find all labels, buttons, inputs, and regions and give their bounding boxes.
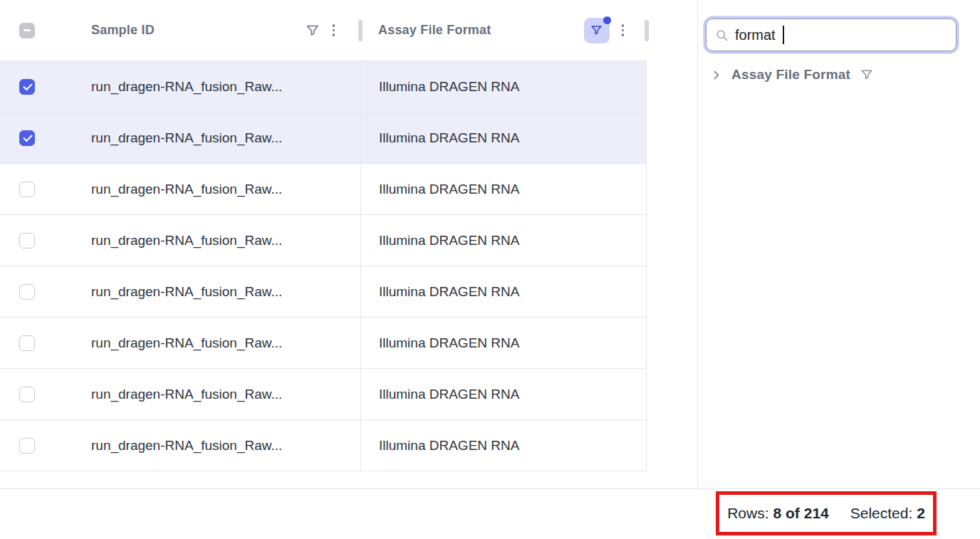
header-select-all-cell [0, 0, 74, 61]
filter-group-label: Assay File Format [731, 67, 850, 83]
assay-file-format-cell[interactable]: Illumina DRAGEN RNA [360, 318, 647, 368]
assay-file-format-value: Illumina DRAGEN RNA [379, 438, 519, 454]
column-resize-handle[interactable] [645, 20, 649, 41]
column-label-assay-file-format: Assay File Format [378, 23, 491, 38]
filter-active-dot [603, 16, 611, 24]
data-grid: Sample ID Assay File Format [0, 0, 647, 471]
sample-id-cell[interactable]: run_dragen-RNA_fusion_Raw... [74, 420, 360, 471]
text-caret [783, 26, 784, 44]
row-checkbox[interactable] [19, 284, 35, 300]
chevron-right-icon[interactable] [710, 69, 722, 81]
selected-value: 2 [917, 505, 925, 521]
row-checkbox-cell [0, 112, 74, 163]
column-header-sample-id[interactable]: Sample ID [74, 0, 360, 61]
table-row[interactable]: run_dragen-RNA_fusion_Raw... Illumina DR… [0, 61, 647, 112]
active-filter-button[interactable] [584, 18, 610, 43]
assay-file-format-value: Illumina DRAGEN RNA [379, 387, 519, 402]
table-row[interactable]: run_dragen-RNA_fusion_Raw... Illumina DR… [0, 215, 647, 266]
assay-file-format-value: Illumina DRAGEN RNA [379, 335, 519, 351]
sample-id-value: run_dragen-RNA_fusion_Raw... [91, 233, 282, 248]
filter-icon [590, 23, 603, 37]
row-checkbox-cell [0, 369, 74, 419]
row-checkbox-cell [0, 318, 74, 368]
selected-count-status: Selected:2 [850, 505, 925, 522]
column-menu-icon[interactable] [622, 24, 625, 36]
row-checkbox[interactable] [19, 233, 35, 248]
assay-file-format-value: Illumina DRAGEN RNA [379, 130, 519, 146]
header-icons [305, 23, 335, 38]
annotation-highlight-box: Rows:8 of 214 Selected:2 [716, 491, 937, 535]
filter-icon [860, 68, 874, 82]
sample-id-cell[interactable]: run_dragen-RNA_fusion_Raw... [74, 266, 360, 317]
assay-file-format-cell[interactable]: Illumina DRAGEN RNA [360, 61, 647, 112]
column-header-assay-file-format[interactable]: Assay File Format [360, 0, 647, 61]
sample-id-cell[interactable]: run_dragen-RNA_fusion_Raw... [74, 318, 360, 368]
search-input-value: format [735, 27, 776, 43]
filter-search-input[interactable]: format [706, 19, 956, 51]
status-bar: Rows:8 of 214 Selected:2 [0, 488, 980, 539]
row-checkbox[interactable] [19, 335, 35, 351]
row-count-status: Rows:8 of 214 [727, 505, 829, 522]
sample-id-value: run_dragen-RNA_fusion_Raw... [91, 438, 282, 454]
assay-file-format-value: Illumina DRAGEN RNA [379, 284, 519, 300]
assay-file-format-cell[interactable]: Illumina DRAGEN RNA [360, 112, 647, 163]
column-resize-handle[interactable] [358, 20, 363, 41]
column-label-sample-id: Sample ID [91, 23, 155, 38]
sample-id-cell[interactable]: run_dragen-RNA_fusion_Raw... [74, 61, 360, 112]
row-checkbox[interactable] [19, 130, 35, 146]
sample-id-cell[interactable]: run_dragen-RNA_fusion_Raw... [74, 369, 360, 419]
table-row[interactable]: run_dragen-RNA_fusion_Raw... Illumina DR… [0, 112, 647, 164]
assay-file-format-cell[interactable]: Illumina DRAGEN RNA [360, 164, 647, 214]
sample-id-value: run_dragen-RNA_fusion_Raw... [91, 130, 282, 146]
row-checkbox-cell [0, 61, 74, 112]
table-body: run_dragen-RNA_fusion_Raw... Illumina DR… [0, 61, 647, 471]
assay-file-format-value: Illumina DRAGEN RNA [379, 233, 519, 248]
sample-id-value: run_dragen-RNA_fusion_Raw... [91, 284, 282, 300]
sample-id-cell[interactable]: run_dragen-RNA_fusion_Raw... [74, 112, 360, 163]
table-row[interactable]: run_dragen-RNA_fusion_Raw... Illumina DR… [0, 420, 647, 471]
table-row[interactable]: run_dragen-RNA_fusion_Raw... Illumina DR… [0, 318, 647, 369]
assay-file-format-value: Illumina DRAGEN RNA [379, 79, 519, 95]
header-icons [584, 18, 625, 43]
row-checkbox[interactable] [19, 182, 35, 197]
table-row[interactable]: run_dragen-RNA_fusion_Raw... Illumina DR… [0, 369, 647, 420]
row-checkbox[interactable] [19, 387, 35, 402]
sample-id-cell[interactable]: run_dragen-RNA_fusion_Raw... [74, 164, 360, 214]
select-all-checkbox[interactable] [19, 23, 35, 38]
table-row[interactable]: run_dragen-RNA_fusion_Raw... Illumina DR… [0, 266, 647, 318]
assay-file-format-cell[interactable]: Illumina DRAGEN RNA [360, 215, 647, 266]
row-checkbox-cell [0, 164, 74, 214]
sample-id-value: run_dragen-RNA_fusion_Raw... [91, 387, 282, 402]
sample-id-value: run_dragen-RNA_fusion_Raw... [91, 182, 282, 197]
assay-file-format-value: Illumina DRAGEN RNA [379, 182, 519, 197]
sample-id-value: run_dragen-RNA_fusion_Raw... [91, 335, 282, 351]
rows-label: Rows: [727, 505, 768, 521]
assay-file-format-cell[interactable]: Illumina DRAGEN RNA [360, 369, 647, 419]
filter-tool-panel: format Assay File Format [697, 0, 980, 488]
filter-group-assay-file-format[interactable]: Assay File Format [710, 67, 980, 83]
sample-id-cell[interactable]: run_dragen-RNA_fusion_Raw... [74, 215, 360, 266]
rows-value: 8 of 214 [773, 505, 829, 521]
assay-file-format-cell[interactable]: Illumina DRAGEN RNA [360, 266, 647, 317]
filter-icon[interactable] [305, 23, 320, 38]
row-checkbox-cell [0, 420, 74, 471]
sample-id-value: run_dragen-RNA_fusion_Raw... [91, 79, 282, 95]
table-header: Sample ID Assay File Format [0, 0, 647, 61]
assay-file-format-cell[interactable]: Illumina DRAGEN RNA [360, 420, 647, 471]
row-checkbox[interactable] [19, 79, 35, 95]
selected-label: Selected: [850, 505, 913, 521]
search-icon [715, 28, 729, 42]
column-menu-icon[interactable] [333, 24, 335, 36]
row-checkbox[interactable] [19, 438, 35, 454]
row-checkbox-cell [0, 215, 74, 266]
table-row[interactable]: run_dragen-RNA_fusion_Raw... Illumina DR… [0, 164, 647, 215]
row-checkbox-cell [0, 266, 74, 317]
